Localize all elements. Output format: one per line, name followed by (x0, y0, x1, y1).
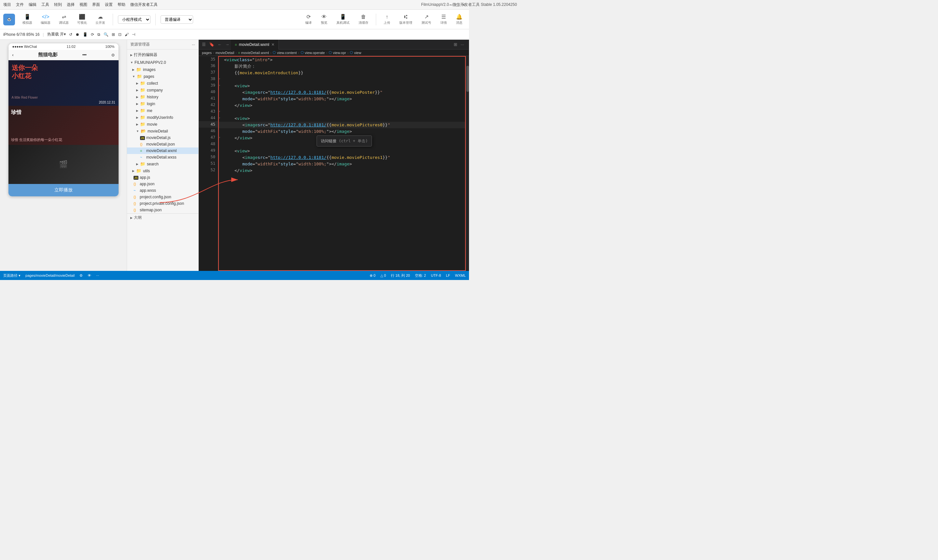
simulator-button[interactable]: 📱 模拟器 (20, 12, 35, 26)
file-app-js[interactable]: JS app.js (127, 174, 198, 181)
menu-bar[interactable]: 项目 文件 编辑 工具 转到 选择 视图 界面 设置 帮助 微信开发者工具 (3, 2, 158, 8)
file-moviedetail-wxml[interactable]: ≡ movieDetail.wxml (127, 148, 198, 154)
open-editors-section[interactable]: ▶ 打开的编辑器 (127, 51, 198, 59)
gutter-toggle[interactable]: ☰ (200, 42, 208, 47)
file-app-json[interactable]: {} app.json (127, 181, 198, 187)
menu-view[interactable]: 视图 (80, 2, 87, 8)
file-project-private-config[interactable]: {} project.private.config.json (127, 200, 198, 207)
folder-collect[interactable]: ▶ 📁 collect (127, 80, 198, 87)
version-button[interactable]: ⑆ 版本管理 (396, 13, 416, 26)
file-sitemap-json[interactable]: {} sitemap.json (127, 207, 198, 213)
menu-interface[interactable]: 界面 (92, 2, 100, 8)
play-button[interactable]: 立即播放 (8, 184, 119, 196)
real-debug-button[interactable]: 📱 真机调试 (333, 12, 353, 26)
bookmark-icon[interactable]: 🔖 (208, 42, 216, 47)
code-content[interactable]: <view class="intro"> 影片简介： {{movie.movie… (218, 56, 466, 271)
hot-reload-toggle[interactable]: 热重载 开▾ (47, 32, 66, 37)
breadcrumb-view-opr[interactable]: view.opr (333, 51, 346, 55)
menu-tools[interactable]: 工具 (42, 2, 49, 8)
device-copy-icon[interactable]: ⧉ (97, 32, 100, 37)
status-more-icon[interactable]: ··· (96, 274, 99, 277)
breadcrumb-wxml-file[interactable]: movieDetail.wxml (241, 51, 269, 55)
device-qr-icon[interactable]: ⊞ (112, 32, 115, 37)
device-refresh-icon[interactable]: ↺ (69, 32, 72, 37)
compile-type-select[interactable]: 普通编译 (160, 15, 193, 24)
breadcrumb-pages[interactable]: pages (202, 51, 212, 55)
breadcrumb-view-operate[interactable]: view.operate (305, 51, 325, 55)
editor-more-icon[interactable]: ··· (461, 42, 464, 47)
nav-back-button[interactable]: ← (216, 42, 223, 47)
breadcrumb-moviedetail[interactable]: movieDetail (216, 51, 234, 55)
menu-wechat-tools[interactable]: 微信开发者工具 (130, 2, 158, 8)
upload-button[interactable]: ↑ 上传 (380, 13, 393, 26)
compile-mode-select[interactable]: 小程序模式 (118, 15, 151, 24)
fold-43[interactable]: ▾ (219, 110, 220, 113)
device-phone-icon[interactable]: 📱 (83, 32, 88, 37)
device-stop-icon[interactable]: ⏺ (75, 32, 80, 37)
nav-forward-button[interactable]: → (223, 42, 231, 47)
menu-goto[interactable]: 转到 (54, 2, 62, 8)
folder-company[interactable]: ▶ 📁 company (127, 87, 198, 94)
file-moviedetail-json[interactable]: {} movieDetail.json (127, 141, 198, 148)
fold-44[interactable]: ▾ (219, 116, 220, 120)
fold-38[interactable]: ▾ (219, 77, 220, 80)
device-more-icon[interactable]: ⊣ (132, 32, 135, 37)
fold-39[interactable]: ▾ (219, 84, 220, 87)
file-moviedetail-js[interactable]: JS movieDetail.js (127, 134, 198, 141)
device-ext-icon[interactable]: ⊡ (118, 32, 122, 37)
resource-manager-more[interactable]: ··· (192, 42, 195, 47)
status-path-label[interactable]: 页面路径 ▾ (3, 273, 20, 278)
device-selector[interactable]: iPhone 6/7/8 85% 16 (3, 32, 39, 37)
folder-me[interactable]: ▶ 📁 me (127, 107, 198, 114)
phone-record-button[interactable]: ⊙ (111, 53, 115, 57)
scrollbar-thumb[interactable] (467, 66, 469, 92)
phone-menu-button[interactable]: ••• (82, 53, 87, 57)
folder-moviedetail[interactable]: ▼ 📂 movieDetail (127, 128, 198, 134)
editor-button[interactable]: </> 编辑器 (38, 13, 53, 26)
split-editor-icon[interactable]: ⊞ (454, 42, 457, 47)
folder-login[interactable]: ▶ 📁 login (127, 100, 198, 107)
device-rotate-icon[interactable]: ⟳ (91, 32, 94, 37)
folder-images[interactable]: ▶ 📁 images (127, 66, 198, 73)
clear-button[interactable]: 🗑 清缓存 (355, 13, 372, 26)
menu-edit[interactable]: 编辑 (29, 2, 37, 8)
file-app-wxss[interactable]: ~ app.wxss (127, 187, 198, 194)
tab-close-button[interactable]: ✕ (271, 42, 274, 47)
menu-project[interactable]: 项目 (3, 2, 11, 8)
tab-moviedetail-wxml[interactable]: ≡ movieDetail.wxml ✕ (231, 40, 279, 49)
debugger-button[interactable]: ⇌ 调试器 (56, 12, 71, 26)
link-pictures0[interactable]: http://127.0.0.1:8181/ (270, 122, 327, 128)
folder-utils[interactable]: ▶ 📁 utils (127, 167, 198, 174)
vertical-scrollbar[interactable] (466, 56, 469, 271)
file-moviedetail-wxss[interactable]: ~ movieDetail.wxss (127, 154, 198, 160)
outline-section[interactable]: ▶ 大纲 (127, 213, 198, 222)
folder-pages[interactable]: ▼ 📁 pages (127, 73, 198, 80)
menu-settings[interactable]: 设置 (105, 2, 113, 8)
folder-history[interactable]: ▶ 📁 history (127, 94, 198, 100)
status-preview-icon[interactable]: 👁 (88, 274, 91, 277)
menu-select[interactable]: 选择 (67, 2, 75, 8)
detail-button[interactable]: ☰ 详情 (437, 12, 450, 26)
device-search-icon[interactable]: 🔍 (103, 32, 108, 37)
folder-modifyuserinfo[interactable]: ▶ 📁 modifyUserInfo (127, 114, 198, 121)
folder-login-label: login (147, 102, 155, 106)
preview-button[interactable]: 👁 预览 (317, 13, 331, 26)
compile-button[interactable]: ⟳ 编译 (302, 12, 315, 26)
status-settings-icon[interactable]: ⚙ (80, 274, 83, 278)
breadcrumb-view-content[interactable]: view.content (277, 51, 297, 55)
device-brush-icon[interactable]: 🖌 (125, 32, 129, 37)
menu-file[interactable]: 文件 (16, 2, 24, 8)
visualize-button[interactable]: ⬛ 可视化 (75, 12, 89, 26)
link-pictures1[interactable]: http://127.0.0.1:8181/ (270, 154, 327, 161)
code-editor[interactable]: 35 36 37 38 ▾ 39 ▾ 40 41 (199, 56, 469, 271)
file-project-config[interactable]: {} project.config.json (127, 194, 198, 200)
menu-help[interactable]: 帮助 (117, 2, 125, 8)
project-section[interactable]: ▼ FILMUNIAPPV2.0 (127, 59, 198, 66)
test-button[interactable]: ↗ 测试号 (418, 12, 434, 26)
message-button[interactable]: 🔔 消息 (453, 12, 466, 26)
phone-back-button[interactable]: ‹ (12, 53, 14, 57)
folder-search[interactable]: ▶ 📁 search (127, 160, 198, 167)
cloud-button[interactable]: ☁ 云开发 (93, 12, 108, 26)
folder-movie[interactable]: ▶ 📁 movie (127, 121, 198, 128)
breadcrumb-view[interactable]: view (354, 51, 361, 55)
